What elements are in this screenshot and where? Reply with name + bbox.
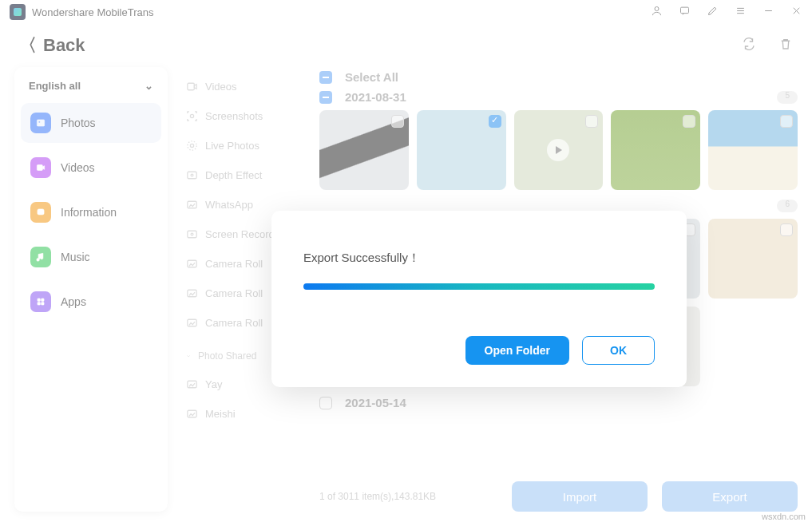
export-success-modal: Export Successfully！ Open Folder OK (271, 211, 687, 387)
open-folder-button[interactable]: Open Folder (465, 336, 569, 365)
progress-bar (303, 283, 655, 290)
watermark: wsxdn.com (762, 512, 806, 521)
ok-button[interactable]: OK (582, 336, 655, 365)
modal-title: Export Successfully！ (303, 251, 655, 266)
